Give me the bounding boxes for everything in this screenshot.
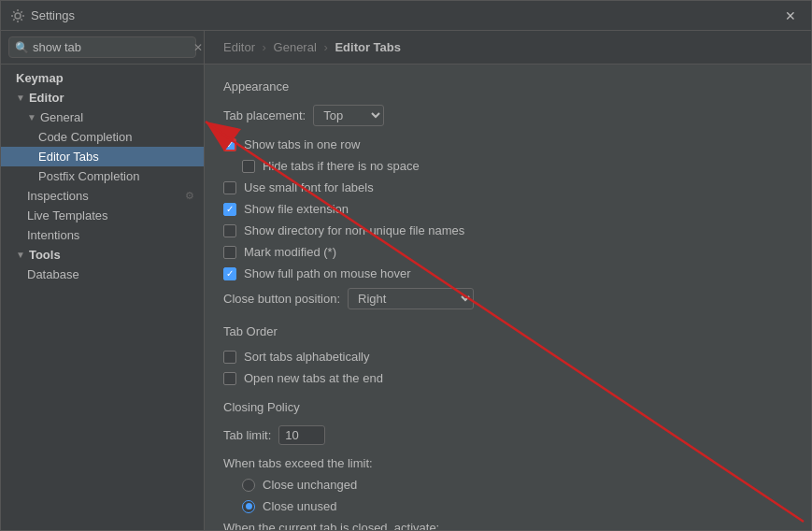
- tab-order-section-title: Tab Order: [223, 324, 792, 338]
- content-area: Editor › General › Editor Tabs Appearanc…: [205, 31, 811, 530]
- inspections-settings-icon: ⚙: [185, 190, 194, 202]
- expand-tools-icon: ▼: [16, 250, 25, 260]
- tab-placement-select[interactable]: Top Bottom Left Right None: [313, 105, 384, 126]
- use-small-font-label[interactable]: Use small font for labels: [244, 180, 374, 194]
- show-directory-label[interactable]: Show directory for non-unique file names: [244, 223, 464, 237]
- sidebar-item-editor[interactable]: ▼ Editor: [1, 88, 204, 108]
- svg-point-0: [15, 13, 21, 19]
- show-tabs-one-row-checkbox[interactable]: [223, 138, 236, 151]
- close-unchanged-radio[interactable]: [242, 479, 255, 492]
- expand-editor-icon: ▼: [16, 93, 25, 103]
- open-new-tabs-row: Open new tabs at the end: [223, 371, 792, 385]
- settings-window: Settings ✕ 🔍 ✕ Keymap ▼ Editor: [0, 0, 812, 531]
- titlebar: Settings ✕: [1, 1, 811, 31]
- postfix-completion-label: Postfix Completion: [38, 169, 139, 183]
- sidebar-tools-label: Tools: [29, 248, 61, 262]
- sidebar: 🔍 ✕ Keymap ▼ Editor ▼ General Co: [1, 31, 205, 530]
- show-directory-checkbox[interactable]: [223, 224, 236, 237]
- when-current-closed-row: When the current tab is closed, activate…: [223, 521, 792, 530]
- close-unused-row: Close unused: [223, 499, 792, 513]
- search-wrapper: 🔍 ✕: [8, 36, 196, 58]
- sort-tabs-checkbox[interactable]: [223, 351, 236, 364]
- live-templates-label: Live Templates: [27, 208, 107, 222]
- open-new-tabs-checkbox[interactable]: [223, 372, 236, 385]
- sidebar-item-database[interactable]: Database: [1, 265, 204, 284]
- close-unchanged-label[interactable]: Close unchanged: [263, 478, 357, 492]
- show-full-path-row: Show full path on mouse hover: [223, 266, 792, 280]
- use-small-font-row: Use small font for labels: [223, 180, 792, 194]
- window-title: Settings: [31, 8, 75, 22]
- breadcrumb-sep2: ›: [323, 40, 327, 54]
- breadcrumb-part1: Editor: [223, 40, 255, 54]
- show-full-path-label[interactable]: Show full path on mouse hover: [244, 266, 411, 280]
- sidebar-item-live-templates[interactable]: Live Templates: [1, 206, 204, 225]
- breadcrumb-sep1: ›: [263, 40, 266, 54]
- breadcrumb: Editor › General › Editor Tabs: [205, 31, 811, 65]
- hide-tabs-checkbox[interactable]: [242, 160, 255, 173]
- mark-modified-label[interactable]: Mark modified (*): [244, 245, 336, 259]
- when-current-closed-label: When the current tab is closed, activate…: [223, 521, 439, 530]
- tab-limit-label: Tab limit:: [223, 428, 271, 442]
- show-directory-row: Show directory for non-unique file names: [223, 223, 792, 237]
- sidebar-item-tools[interactable]: ▼ Tools: [1, 245, 204, 265]
- settings-icon: [10, 8, 25, 23]
- close-button-position-label: Close button position:: [223, 292, 340, 306]
- settings-content: Appearance Tab placement: Top Bottom Lef…: [205, 65, 811, 530]
- when-exceed-label: When tabs exceed the limit:: [223, 456, 373, 470]
- close-unused-radio[interactable]: [242, 500, 255, 513]
- close-unchanged-row: Close unchanged: [223, 478, 792, 492]
- breadcrumb-current: Editor Tabs: [335, 40, 401, 54]
- open-new-tabs-label[interactable]: Open new tabs at the end: [244, 371, 383, 385]
- tab-limit-row: Tab limit:: [223, 425, 792, 445]
- show-full-path-checkbox[interactable]: [223, 267, 236, 280]
- nav-tree: Keymap ▼ Editor ▼ General Code Completio…: [1, 65, 204, 530]
- sidebar-item-keymap[interactable]: Keymap: [1, 68, 204, 88]
- editor-tabs-label: Editor Tabs: [38, 150, 99, 164]
- sidebar-keymap-label: Keymap: [16, 71, 64, 85]
- expand-general-icon: ▼: [27, 112, 36, 122]
- appearance-section-title: Appearance: [223, 79, 792, 93]
- closing-policy-section-title: Closing Policy: [223, 400, 792, 414]
- show-tabs-one-row-row: Show tabs in one row: [223, 137, 792, 151]
- show-file-extension-row: Show file extension: [223, 202, 792, 216]
- tab-limit-input[interactable]: [278, 425, 325, 445]
- sort-tabs-row: Sort tabs alphabetically: [223, 350, 792, 364]
- hide-tabs-row: Hide tabs if there is no space: [223, 159, 792, 173]
- tab-placement-row: Tab placement: Top Bottom Left Right Non…: [223, 105, 792, 126]
- sort-tabs-label[interactable]: Sort tabs alphabetically: [244, 350, 369, 364]
- sidebar-item-postfix-completion[interactable]: Postfix Completion: [1, 166, 204, 186]
- sidebar-editor-label: Editor: [29, 91, 64, 105]
- use-small-font-checkbox[interactable]: [223, 181, 236, 194]
- breadcrumb-part2: General: [274, 40, 317, 54]
- sidebar-item-editor-tabs[interactable]: Editor Tabs: [1, 147, 204, 166]
- show-file-extension-label[interactable]: Show file extension: [244, 202, 349, 216]
- main-content: 🔍 ✕ Keymap ▼ Editor ▼ General Co: [1, 31, 811, 530]
- code-completion-label: Code Completion: [38, 130, 132, 144]
- close-unused-label[interactable]: Close unused: [263, 499, 337, 513]
- search-icon: 🔍: [15, 41, 29, 54]
- close-button-position-row: Close button position: Left Right Inacti…: [223, 288, 792, 309]
- close-button[interactable]: ✕: [779, 7, 802, 25]
- close-button-position-select[interactable]: Left Right Inactive tabs only None: [348, 288, 474, 309]
- inspections-label: Inspections: [27, 189, 89, 203]
- sidebar-item-inspections[interactable]: Inspections ⚙: [1, 186, 204, 206]
- intentions-label: Intentions: [27, 228, 79, 242]
- mark-modified-row: Mark modified (*): [223, 245, 792, 259]
- search-box: 🔍 ✕: [1, 31, 204, 65]
- tab-placement-label: Tab placement:: [223, 108, 306, 122]
- sidebar-general-label: General: [40, 110, 83, 124]
- database-label: Database: [27, 267, 79, 281]
- search-input[interactable]: [33, 40, 190, 54]
- sidebar-item-code-completion[interactable]: Code Completion: [1, 127, 204, 147]
- show-file-extension-checkbox[interactable]: [223, 203, 236, 216]
- hide-tabs-label[interactable]: Hide tabs if there is no space: [263, 159, 420, 173]
- when-exceed-row: When tabs exceed the limit:: [223, 456, 792, 470]
- sidebar-item-intentions[interactable]: Intentions: [1, 225, 204, 245]
- sidebar-item-general[interactable]: ▼ General: [1, 108, 204, 127]
- show-tabs-one-row-label[interactable]: Show tabs in one row: [244, 137, 360, 151]
- mark-modified-checkbox[interactable]: [223, 246, 236, 259]
- search-clear-icon[interactable]: ✕: [193, 41, 203, 54]
